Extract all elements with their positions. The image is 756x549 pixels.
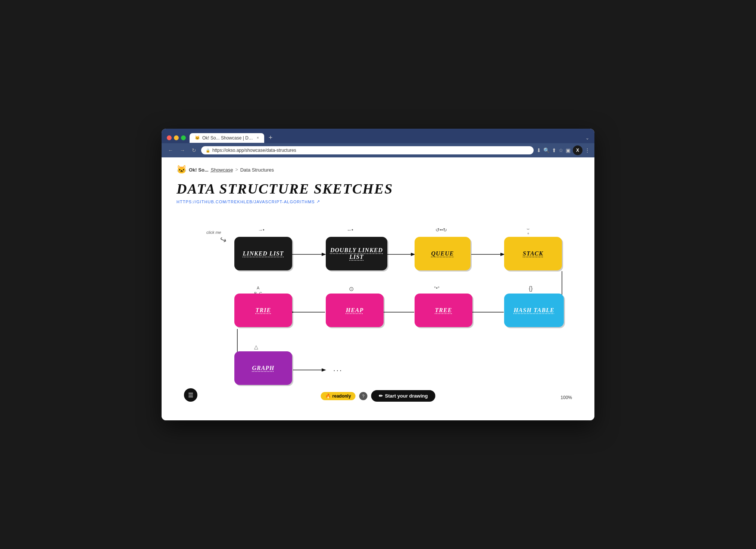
linked-list-icon: →• bbox=[258, 227, 265, 233]
extensions-icon[interactable]: ▣ bbox=[566, 147, 571, 153]
tab-bar: 🐱 Ok! So... Showcase | Data Stru... × + bbox=[190, 132, 582, 143]
dots-more: ... bbox=[333, 364, 343, 373]
tree-node[interactable]: Tree bbox=[415, 294, 472, 327]
tree-icon: °•° bbox=[434, 285, 440, 291]
breadcrumb-separator: > bbox=[235, 167, 238, 172]
trie-label: Trie bbox=[256, 307, 271, 314]
linked-list-node[interactable]: Linked List bbox=[234, 237, 292, 270]
forward-button[interactable]: → bbox=[178, 146, 187, 154]
download-icon[interactable]: ⬇ bbox=[537, 147, 541, 153]
address-bar[interactable]: 🔒 https://okso.app/showcase/data-structu… bbox=[201, 146, 534, 154]
stack-label: Stack bbox=[523, 250, 543, 257]
minimize-traffic-light[interactable] bbox=[174, 135, 179, 140]
brand-name: Ok! So... bbox=[189, 167, 209, 173]
tab-favicon: 🐱 bbox=[195, 135, 200, 140]
queue-label: Queue bbox=[431, 250, 454, 257]
tab-close-button[interactable]: × bbox=[257, 136, 259, 140]
doubly-linked-list-node[interactable]: Doubly Linked List bbox=[326, 237, 387, 270]
browser-chrome: 🐱 Ok! So... Showcase | Data Stru... × + … bbox=[162, 129, 594, 157]
page-title: Data Structure Sketches bbox=[176, 181, 580, 197]
start-drawing-label: Start your drawing bbox=[385, 393, 428, 399]
hash-table-label: Hash Table bbox=[513, 307, 554, 314]
window-chevron-icon: ⌄ bbox=[585, 135, 589, 141]
start-drawing-button[interactable]: ✏ Start your drawing bbox=[371, 390, 435, 402]
readonly-text: readonly bbox=[332, 393, 351, 399]
github-url: https://github.com/trekhleb/javascript-a… bbox=[176, 200, 315, 204]
back-button[interactable]: ← bbox=[166, 146, 175, 154]
pencil-icon: ✏ bbox=[379, 393, 383, 399]
bookmark-icon[interactable]: ☆ bbox=[559, 147, 563, 153]
share-icon[interactable]: ⬆ bbox=[552, 147, 556, 153]
queue-icon: ↺••↻ bbox=[435, 227, 447, 233]
more-menu-icon[interactable]: ⋮ bbox=[585, 147, 590, 153]
trie-node[interactable]: Trie bbox=[234, 294, 292, 327]
close-traffic-light[interactable] bbox=[167, 135, 172, 140]
zoom-icon[interactable]: 🔍 bbox=[543, 147, 550, 153]
graph-icon: △ bbox=[254, 344, 258, 350]
hash-table-node[interactable]: Hash Table bbox=[504, 294, 564, 327]
readonly-badge: 🔥 readonly bbox=[321, 392, 356, 400]
doubly-linked-list-label: Doubly Linked List bbox=[326, 247, 387, 260]
zoom-label: 100% bbox=[560, 395, 572, 400]
graph-node[interactable]: Graph bbox=[234, 351, 292, 385]
lock-icon: 🔒 bbox=[206, 148, 210, 153]
tab-title: Ok! So... Showcase | Data Stru... bbox=[202, 135, 254, 141]
queue-node[interactable]: Queue bbox=[415, 237, 471, 270]
tree-label: Tree bbox=[435, 307, 452, 314]
diagram: click me ↪ →• ↔• ↺••↻ ⌣°° AB C ⊙ °•° {} … bbox=[176, 215, 580, 409]
breadcrumb: 🐱 Ok! So... Showcase > Data Structures bbox=[176, 165, 580, 175]
stack-node[interactable]: Stack bbox=[504, 237, 562, 270]
github-link[interactable]: https://github.com/trekhleb/javascript-a… bbox=[176, 199, 580, 204]
fire-icon: 🔥 bbox=[325, 393, 331, 399]
external-link-icon: ↗ bbox=[316, 199, 320, 204]
linked-list-label: Linked List bbox=[243, 250, 284, 257]
click-me-label: click me bbox=[206, 230, 221, 235]
url-text: https://okso.app/showcase/data-structure… bbox=[212, 148, 296, 153]
help-button[interactable]: ? bbox=[359, 392, 368, 400]
hash-table-icon: {} bbox=[529, 285, 533, 292]
new-tab-button[interactable]: + bbox=[266, 132, 276, 143]
traffic-lights bbox=[167, 135, 186, 140]
profile-button[interactable]: X bbox=[573, 145, 582, 155]
reload-button[interactable]: ↻ bbox=[190, 146, 198, 154]
heap-icon: ⊙ bbox=[349, 285, 354, 292]
page-content: 🐱 Ok! So... Showcase > Data Structures D… bbox=[162, 157, 594, 420]
menu-button[interactable]: ☰ bbox=[184, 388, 197, 402]
toolbar-actions: ⬇ 🔍 ⬆ ☆ ▣ X ⋮ bbox=[537, 145, 590, 155]
showcase-breadcrumb-link[interactable]: Showcase bbox=[211, 167, 233, 173]
doubly-linked-list-icon: ↔• bbox=[347, 227, 353, 233]
maximize-traffic-light[interactable] bbox=[181, 135, 186, 140]
browser-toolbar: ← → ↻ 🔒 https://okso.app/showcase/data-s… bbox=[162, 143, 594, 157]
heap-node[interactable]: Heap bbox=[326, 294, 384, 327]
graph-label: Graph bbox=[252, 365, 274, 371]
browser-window: 🐱 Ok! So... Showcase | Data Stru... × + … bbox=[162, 129, 594, 420]
heap-label: Heap bbox=[346, 307, 364, 314]
active-tab[interactable]: 🐱 Ok! So... Showcase | Data Stru... × bbox=[190, 133, 264, 143]
bottom-bar: 🔥 readonly ? ✏ Start your drawing bbox=[321, 390, 435, 402]
breadcrumb-current: Data Structures bbox=[240, 167, 274, 173]
click-me-arrow-icon: ↪ bbox=[218, 235, 228, 246]
titlebar: 🐱 Ok! So... Showcase | Data Stru... × + … bbox=[162, 129, 594, 143]
